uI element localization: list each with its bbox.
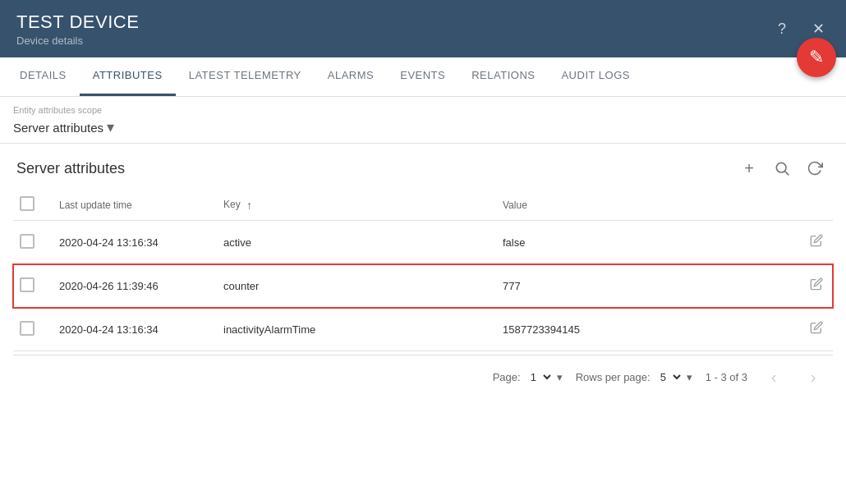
page-range: 1 - 3 of 3 bbox=[706, 371, 747, 383]
attributes-table: Last update time Key ↑ Value 2020-04-24 … bbox=[13, 190, 833, 351]
sort-asc-icon: ↑ bbox=[246, 199, 252, 212]
tab-events[interactable]: EVENTS bbox=[387, 57, 458, 96]
svg-line-1 bbox=[785, 172, 789, 176]
tab-audit-logs[interactable]: AUDIT LOGS bbox=[548, 57, 643, 96]
scope-label: Entity attributes scope bbox=[13, 105, 833, 115]
edit-row-button[interactable] bbox=[807, 274, 826, 297]
help-button[interactable]: ? bbox=[767, 14, 797, 44]
tab-latest-telemetry[interactable]: LATEST TELEMETRY bbox=[176, 57, 315, 96]
row-edit-cell bbox=[793, 308, 833, 351]
edit-row-button[interactable] bbox=[807, 318, 826, 341]
table-title: Server attributes bbox=[16, 160, 125, 177]
col-header-time: Last update time bbox=[53, 190, 217, 221]
select-all-checkbox[interactable] bbox=[20, 196, 34, 211]
row-key: active bbox=[217, 221, 496, 264]
page-subtitle: Device details bbox=[16, 34, 139, 47]
col-header-edit bbox=[793, 190, 833, 221]
row-checkbox-cell bbox=[13, 221, 53, 264]
tabs-bar: DETAILS ATTRIBUTES LATEST TELEMETRY ALAR… bbox=[0, 57, 846, 97]
rows-label: Rows per page: bbox=[576, 371, 651, 383]
add-attribute-button[interactable]: + bbox=[734, 153, 764, 183]
edit-fab-button[interactable]: ✎ bbox=[797, 38, 836, 77]
row-value: false bbox=[496, 221, 793, 264]
row-checkbox[interactable] bbox=[20, 277, 34, 292]
table-actions: + bbox=[734, 153, 830, 183]
table-row: 2020-04-24 13:16:34 inactivityAlarmTime … bbox=[13, 308, 833, 351]
table-section: Server attributes + Last update time bbox=[0, 153, 846, 398]
row-checkbox-cell bbox=[13, 264, 53, 308]
tab-relations[interactable]: RELATIONS bbox=[458, 57, 548, 96]
row-key: counter bbox=[217, 264, 496, 308]
row-value: 1587723394145 bbox=[496, 308, 793, 351]
col-header-checkbox bbox=[13, 190, 53, 221]
col-header-key: Key ↑ bbox=[217, 190, 496, 221]
refresh-button[interactable] bbox=[800, 153, 830, 183]
page-select[interactable]: 1 bbox=[524, 370, 554, 384]
col-header-value: Value bbox=[496, 190, 793, 221]
rows-per-page: Rows per page: 5 ▾ bbox=[576, 370, 692, 384]
tab-details[interactable]: DETAILS bbox=[7, 57, 80, 96]
next-page-button[interactable]: › bbox=[800, 364, 826, 390]
table-row: 2020-04-26 11:39:46 counter 777 bbox=[13, 264, 833, 308]
edit-row-button[interactable] bbox=[807, 231, 826, 254]
page-selector: Page: 1 ▾ bbox=[493, 370, 563, 384]
tab-alarms[interactable]: ALARMS bbox=[315, 57, 387, 96]
next-icon: › bbox=[811, 368, 816, 387]
row-edit-cell bbox=[793, 221, 833, 264]
scope-select[interactable]: Server attributes ▾ bbox=[13, 117, 833, 138]
row-key: inactivityAlarmTime bbox=[217, 308, 496, 351]
row-checkbox[interactable] bbox=[20, 321, 34, 336]
pagination: Page: 1 ▾ Rows per page: 5 ▾ 1 - 3 of 3 … bbox=[13, 355, 833, 398]
chevron-down-icon: ▾ bbox=[107, 118, 114, 136]
prev-icon: ‹ bbox=[771, 368, 777, 387]
chevron-down-icon-page: ▾ bbox=[557, 371, 563, 383]
row-checkbox-cell bbox=[13, 308, 53, 351]
scope-area: Entity attributes scope Server attribute… bbox=[0, 97, 846, 144]
row-edit-cell bbox=[793, 264, 833, 308]
page-header: TEST DEVICE Device details ? ✕ ✎ bbox=[0, 0, 846, 57]
page-label: Page: bbox=[493, 371, 521, 383]
prev-page-button[interactable]: ‹ bbox=[761, 364, 787, 390]
row-value: 777 bbox=[496, 264, 793, 308]
table-header-row: Server attributes + bbox=[13, 153, 833, 183]
table-row: 2020-04-24 13:16:34 active false bbox=[13, 221, 833, 264]
row-time: 2020-04-24 13:16:34 bbox=[53, 308, 217, 351]
chevron-down-icon-rows: ▾ bbox=[687, 371, 692, 383]
tab-attributes[interactable]: ATTRIBUTES bbox=[80, 57, 176, 96]
svg-point-0 bbox=[776, 163, 786, 172]
rows-per-page-select[interactable]: 5 bbox=[654, 370, 683, 384]
scope-value: Server attributes bbox=[13, 121, 103, 135]
row-time: 2020-04-24 13:16:34 bbox=[53, 221, 217, 264]
row-time: 2020-04-26 11:39:46 bbox=[53, 264, 217, 308]
range-label: 1 - 3 of 3 bbox=[706, 371, 747, 383]
search-button[interactable] bbox=[767, 153, 797, 183]
page-title: TEST DEVICE bbox=[16, 11, 139, 33]
row-checkbox[interactable] bbox=[20, 234, 34, 249]
header-left: TEST DEVICE Device details bbox=[16, 11, 139, 47]
